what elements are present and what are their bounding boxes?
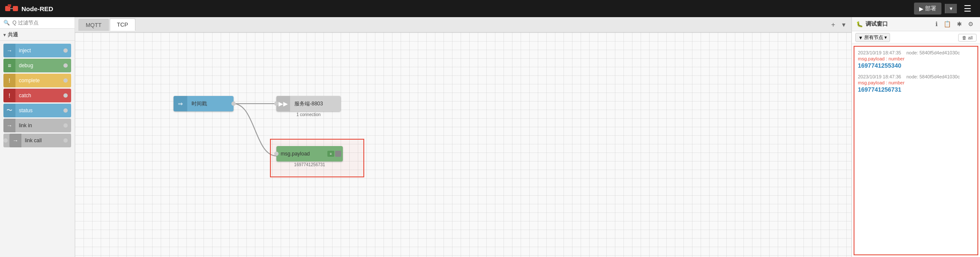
debug-info-button[interactable]: ℹ	[933, 20, 940, 28]
debug-panel: 🐛 调试窗口 ℹ 📋 ✱ ⚙ ▼ 所有节点 ▾ 🗑 all	[851, 17, 980, 257]
link-call-icon: →	[9, 134, 21, 147]
inject-icon: →	[3, 44, 15, 57]
debug-value-1[interactable]: 1697741256731	[858, 86, 974, 93]
flow-node-timestamp[interactable]: ⇒ 时间戳	[174, 96, 234, 111]
tab-dropdown-button[interactable]: ▾	[839, 20, 848, 30]
header-left: Node-RED	[5, 4, 53, 13]
canvas-connections	[75, 33, 851, 257]
status-icon: 〜	[3, 104, 15, 117]
debug-output-icon[interactable]	[335, 151, 341, 157]
link-in-label: link in	[15, 123, 62, 128]
filter-icon: ▼	[858, 35, 863, 40]
complete-label: complete	[15, 78, 62, 84]
svg-rect-1	[13, 6, 18, 11]
sidebar-item-catch[interactable]: ! catch	[3, 89, 71, 102]
logo: Node-RED	[5, 4, 53, 13]
flow-node-server8803[interactable]: ▶▶ 服务端-8803 1 connection	[276, 96, 341, 111]
debug-panel-header: 🐛 调试窗口 ℹ 📋 ✱ ⚙	[852, 17, 980, 31]
debug-title-icon: 🐛	[856, 21, 863, 27]
timestamp-label: 时间戳	[187, 100, 211, 108]
debug-type-1: msg.payload : number	[858, 80, 974, 85]
status-port	[63, 108, 68, 113]
server-sublabel: 1 connection	[297, 112, 321, 117]
canvas[interactable]: ⇒ 时间戳 ▶▶ 服务端-8803 1 connection msg.paylo…	[75, 33, 851, 257]
filter-input[interactable]	[12, 20, 71, 26]
server-left-port	[274, 102, 279, 106]
link-in-icon: →	[3, 119, 15, 132]
svg-rect-2	[8, 4, 11, 7]
chevron-icon: ▾	[3, 33, 6, 37]
debug-menu-icon[interactable]: ≡	[327, 151, 334, 157]
link-call-label: link call	[21, 137, 62, 143]
header-right: ▶ 部署 ▼ ☰	[914, 2, 975, 15]
debug-message-1: 2023/10/19 18:47:36 node: 5840f5d4ed4103…	[858, 74, 974, 93]
debug-copy-button[interactable]: 📋	[941, 20, 953, 28]
flow-node-msgpayload[interactable]: msg.payload ≡ 1697741256731	[276, 146, 343, 161]
sidebar-item-link-in[interactable]: → link in	[3, 119, 71, 132]
msgpayload-left-port	[274, 152, 279, 156]
filter-bar: 🔍	[0, 17, 75, 29]
sidebar: 🔍 ▾ 共通 → inject ≡	[0, 17, 75, 257]
filter-chevron: ▾	[884, 35, 887, 40]
catch-icon: !	[3, 89, 15, 102]
add-tab-button[interactable]: +	[829, 20, 838, 30]
sidebar-item-complete[interactable]: ! complete	[3, 74, 71, 87]
debug-message-0: 2023/10/19 18:47:35 node: 5840f5d4ed4103…	[858, 50, 974, 69]
inject-label: inject	[15, 48, 62, 54]
link-call-right-port	[63, 138, 68, 143]
node-list: → inject ≡ debug !	[0, 41, 75, 150]
catch-label: catch	[15, 93, 62, 99]
debug-label: debug	[15, 63, 62, 69]
tabs-bar: MQTT TCP + ▾	[75, 17, 851, 33]
deploy-dropdown-button[interactable]: ▼	[945, 4, 957, 13]
debug-title: 🐛 调试窗口	[856, 20, 888, 28]
debug-value-0[interactable]: 1697741255340	[858, 62, 974, 69]
timestamp-right-port	[231, 102, 236, 106]
msgpayload-sublabel: 1697741256731	[294, 162, 325, 167]
debug-header-actions: ℹ 📋 ✱ ⚙	[933, 20, 976, 28]
debug-type-0: msg.payload : number	[858, 56, 974, 61]
msgpayload-label: msg.payload	[276, 151, 314, 157]
complete-icon: !	[3, 74, 15, 87]
catch-port	[63, 93, 68, 98]
section-header[interactable]: ▾ 共通	[0, 29, 75, 41]
sidebar-item-status[interactable]: 〜 status	[3, 104, 71, 117]
node-filter-dropdown[interactable]: ▼ 所有节点 ▾	[855, 33, 890, 42]
sidebar-item-link-call[interactable]: → link call	[3, 134, 71, 147]
deploy-button[interactable]: ▶ 部署	[914, 3, 941, 15]
debug-messages: 2023/10/19 18:47:35 node: 5840f5d4ed4103…	[854, 46, 978, 255]
debug-meta-1: 2023/10/19 18:47:36 node: 5840f5d4ed4103…	[858, 74, 974, 79]
debug-meta-0: 2023/10/19 18:47:35 node: 5840f5d4ed4103…	[858, 50, 974, 55]
server-label: 服务端-8803	[290, 100, 327, 108]
tab-mqtt[interactable]: MQTT	[78, 19, 109, 31]
clear-all-button[interactable]: 🗑 all	[958, 34, 977, 42]
sidebar-item-debug[interactable]: ≡ debug	[3, 59, 71, 72]
sidebar-item-inject[interactable]: → inject	[3, 44, 71, 57]
logo-icon	[5, 4, 19, 13]
main-layout: 🔍 ▾ 共通 → inject ≡	[0, 17, 980, 257]
timestamp-icon: ⇒	[174, 96, 187, 111]
search-icon: 🔍	[3, 20, 10, 26]
debug-settings-button[interactable]: ⚙	[966, 20, 976, 28]
debug-toolbar: ▼ 所有节点 ▾ 🗑 all	[852, 31, 980, 44]
app-title: Node-RED	[21, 5, 53, 12]
canvas-area: MQTT TCP + ▾ ⇒ 时间戳 ▶▶ 服务端	[75, 17, 851, 257]
tab-tcp[interactable]: TCP	[110, 18, 135, 31]
link-in-port	[63, 123, 68, 128]
debug-star-button[interactable]: ✱	[955, 20, 964, 28]
complete-port	[63, 78, 68, 83]
inject-port	[63, 48, 68, 53]
debug-port	[63, 63, 68, 68]
header: Node-RED ▶ 部署 ▼ ☰	[0, 0, 980, 17]
deploy-icon: ▶	[919, 6, 923, 12]
status-label: status	[15, 108, 62, 114]
tabs-actions: + ▾	[829, 20, 848, 30]
sidebar-section-common: ▾ 共通 → inject ≡ debug	[0, 29, 75, 150]
debug-icon: ≡	[3, 59, 15, 72]
link-call-left-port	[3, 138, 8, 143]
main-menu-button[interactable]: ☰	[960, 2, 975, 15]
